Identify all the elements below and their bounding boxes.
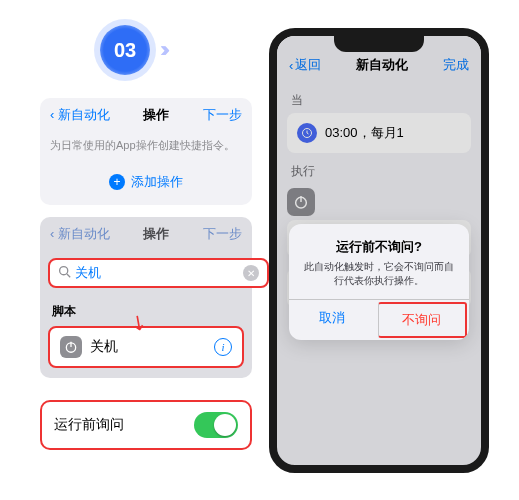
ask-before-run-row: 运行前询问 xyxy=(40,400,252,450)
panel-title: 操作 xyxy=(143,106,169,124)
info-icon[interactable]: i xyxy=(214,338,232,356)
alert-confirm-button[interactable]: 不询问 xyxy=(378,302,468,338)
panel-title: 操作 xyxy=(143,225,169,243)
script-result-row[interactable]: ↘ 关机 i xyxy=(48,326,244,368)
panel-header: ‹ 新自动化 操作 下一步 xyxy=(40,217,252,251)
search-input-container[interactable]: ✕ xyxy=(48,258,269,288)
panel-header: ‹ 新自动化 操作 下一步 xyxy=(40,98,252,132)
script-name: 关机 xyxy=(90,338,206,356)
actions-panel-empty: ‹ 新自动化 操作 下一步 为日常使用的App操作创建快捷指令。 + 添加操作 xyxy=(40,98,252,205)
ask-label: 运行前询问 xyxy=(54,416,124,434)
add-action-label: 添加操作 xyxy=(131,173,183,191)
alert-cancel-button[interactable]: 取消 xyxy=(289,300,376,340)
alert-title: 运行前不询问? xyxy=(301,238,457,256)
back-button[interactable]: ‹ 新自动化 xyxy=(50,106,110,124)
clear-icon[interactable]: ✕ xyxy=(243,265,259,281)
step-number: 03 xyxy=(114,39,136,62)
add-action-button[interactable]: + 添加操作 xyxy=(40,163,252,205)
ask-toggle[interactable] xyxy=(194,412,238,438)
panel-hint: 为日常使用的App操作创建快捷指令。 xyxy=(40,132,252,163)
next-button[interactable]: 下一步 xyxy=(203,225,242,243)
search-input[interactable] xyxy=(75,266,243,281)
phone-mockup: ‹返回 新自动化 完成 当 03:00，每月1 执行 关 运 运行前不询问? 此… xyxy=(269,28,489,473)
step-badge: 03 ››› xyxy=(100,25,164,75)
svg-line-1 xyxy=(67,274,70,277)
svg-point-0 xyxy=(60,267,68,275)
next-button[interactable]: 下一步 xyxy=(203,106,242,124)
confirm-alert: 运行前不询问? 此自动化触发时，它会不询问而自行代表你执行操作。 取消 不询问 xyxy=(289,224,469,340)
search-icon xyxy=(58,265,71,281)
phone-notch xyxy=(334,36,424,52)
chevron-right-icon: ››› xyxy=(160,37,164,63)
power-icon xyxy=(60,336,82,358)
alert-message: 此自动化触发时，它会不询问而自行代表你执行操作。 xyxy=(301,260,457,287)
back-button[interactable]: ‹ 新自动化 xyxy=(50,225,110,243)
actions-panel-search: ‹ 新自动化 操作 下一步 ✕ 取消 脚本 ↘ 关机 i xyxy=(40,217,252,378)
plus-circle-icon: + xyxy=(109,174,125,190)
step-number-circle: 03 xyxy=(100,25,150,75)
